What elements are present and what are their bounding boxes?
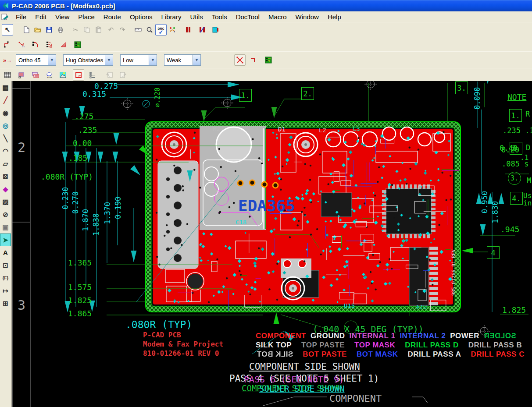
chevron-down-icon[interactable]: ▼ bbox=[48, 55, 56, 65]
spreadsheet-icon[interactable] bbox=[2, 69, 13, 81]
route-manual-icon[interactable] bbox=[2, 39, 13, 50]
place-connection-tool[interactable]: ╱ bbox=[0, 94, 11, 106]
menu-file[interactable]: File bbox=[11, 12, 31, 21]
legend-layer-label: SOLDER bbox=[484, 332, 516, 340]
menu-utils[interactable]: Utils bbox=[186, 12, 207, 21]
legend-row: SILK BOTBOT PASTEBOT MASKDRILL PASS ADRI… bbox=[257, 350, 525, 359]
place-component-tool[interactable]: ▦ bbox=[0, 81, 11, 94]
place-cutout-tool[interactable]: ⊠ bbox=[0, 170, 11, 183]
menu-doctool[interactable]: DocTool bbox=[232, 12, 264, 21]
save-file-icon[interactable] bbox=[43, 24, 55, 35]
canvas-annotation: Modem & Fax Project bbox=[143, 341, 223, 348]
pad-array-icon[interactable]: xxxx bbox=[43, 69, 55, 81]
place-keepout-tool[interactable]: ⊘ bbox=[0, 208, 11, 221]
canvas-annotation: .235 .1 bbox=[503, 127, 532, 134]
place-plane-tool[interactable]: ▨ bbox=[0, 195, 11, 208]
place-pad-tool[interactable]: ◉ bbox=[0, 106, 11, 119]
open-file-icon[interactable] bbox=[32, 24, 43, 35]
split-planes-icon[interactable] bbox=[182, 24, 194, 35]
document-icon[interactable] bbox=[1, 14, 9, 20]
note-callout-box: 1. bbox=[509, 109, 522, 122]
route-bus-icon[interactable] bbox=[44, 39, 55, 50]
chevron-down-icon[interactable]: ▼ bbox=[149, 55, 157, 65]
place-field-tool[interactable]: {F} bbox=[0, 272, 11, 284]
select-objects-tool[interactable]: ➤ bbox=[0, 234, 11, 246]
redo-icon[interactable]: ↷ bbox=[117, 24, 128, 35]
canvas-annotation: 1.370 bbox=[104, 202, 111, 224]
menu-view[interactable]: View bbox=[51, 12, 74, 21]
plane-note-icon[interactable] bbox=[210, 24, 221, 35]
menu-library[interactable]: Library bbox=[157, 12, 186, 21]
new-document-icon[interactable] bbox=[21, 24, 32, 35]
priority-select[interactable]: Low▼ bbox=[120, 54, 157, 66]
undo-icon[interactable]: ↶ bbox=[105, 24, 117, 35]
legend-layer-label: DRILL PASS C bbox=[471, 350, 525, 359]
menu-options[interactable]: Options bbox=[125, 12, 157, 21]
paste-icon[interactable] bbox=[93, 24, 104, 35]
measure-tool-icon[interactable] bbox=[132, 24, 144, 35]
place-polygon-tool[interactable]: ▱ bbox=[0, 157, 11, 170]
hug-mode-select[interactable]: Hug Obstacles▼ bbox=[63, 54, 113, 66]
menu-macro[interactable]: Macro bbox=[264, 12, 291, 21]
place-arc-tool[interactable]: ◠ bbox=[0, 145, 11, 157]
menu-tools[interactable]: Tools bbox=[207, 12, 232, 21]
canvas-annotation: 0.270 bbox=[72, 191, 79, 214]
select-tool-icon[interactable]: ↖ bbox=[2, 24, 13, 35]
autoroute-board-icon[interactable] bbox=[72, 39, 83, 50]
bom-list-icon[interactable] bbox=[87, 69, 98, 81]
route-fanout-icon[interactable] bbox=[16, 39, 27, 50]
cut-icon[interactable]: ✂ bbox=[70, 24, 81, 35]
canvas-annotation: P-CAD PCB bbox=[143, 332, 181, 339]
chevron-down-icon[interactable]: ▼ bbox=[193, 55, 200, 65]
ortho-mode-value: Ortho 45 bbox=[16, 57, 48, 64]
place-copper-pour-tool[interactable]: ◆ bbox=[0, 183, 11, 195]
place-via-tool[interactable]: ◎ bbox=[0, 119, 11, 132]
print-icon[interactable] bbox=[55, 24, 66, 35]
sheet-next-icon[interactable] bbox=[117, 69, 129, 81]
canvas-annotation: EDA365 bbox=[238, 198, 295, 214]
route-interactive-icon[interactable] bbox=[30, 39, 41, 50]
zoom-window-icon[interactable] bbox=[144, 24, 155, 35]
legend-layer-label: COMPONENT bbox=[256, 332, 306, 340]
place-refdes-tool[interactable]: ⊡ bbox=[0, 259, 11, 272]
menu-route[interactable]: Route bbox=[99, 12, 125, 21]
split-planes-edit-icon[interactable] bbox=[196, 24, 208, 35]
canvas-annotation: SOLDER SIDE SHOWN bbox=[259, 385, 344, 393]
note-callout-circle: 3. bbox=[508, 172, 521, 185]
canvas-annotation: in bbox=[523, 200, 532, 207]
net-highlight-icon[interactable] bbox=[234, 54, 246, 66]
optimize-nets-icon[interactable] bbox=[167, 24, 178, 35]
pcb-canvas[interactable]: COMPONENTGROUNDINTERNAL 1INTERNAL 2POWER… bbox=[12, 81, 532, 407]
chevron-down-icon[interactable]: ▼ bbox=[105, 55, 113, 65]
ortho-mode-select[interactable]: Ortho 45▼ bbox=[16, 54, 56, 66]
trace-corner-icon[interactable] bbox=[248, 54, 259, 66]
image-view-icon[interactable] bbox=[57, 69, 68, 81]
sheet-prev-icon[interactable] bbox=[104, 69, 115, 81]
legend-layer-label: TOP MASK bbox=[354, 341, 395, 350]
component-bottom-icon[interactable] bbox=[30, 69, 41, 81]
menu-window[interactable]: Window bbox=[291, 12, 323, 21]
legend-layer-label: POWER bbox=[450, 332, 479, 340]
pcad-window: P-CAD 2006 PCB - [Modfax0.pcb] FileEditV… bbox=[0, 0, 532, 407]
copy-icon[interactable] bbox=[81, 24, 93, 35]
copy-matrix-tool[interactable]: ⊞ bbox=[0, 297, 11, 310]
menu-place[interactable]: Place bbox=[74, 12, 99, 21]
place-line-tool[interactable]: ╲ bbox=[0, 132, 11, 145]
canvas-annotation: C3 bbox=[353, 126, 360, 132]
legend-layer-label: TOP PASTE bbox=[301, 341, 345, 350]
autoroute-board-icon[interactable] bbox=[263, 54, 274, 66]
menu-edit[interactable]: Edit bbox=[31, 12, 51, 21]
menu-help[interactable]: Help bbox=[323, 12, 346, 21]
place-dimension-tool[interactable]: ↦ bbox=[0, 284, 11, 297]
canvas-annotation: 1.575 bbox=[68, 283, 92, 291]
board-outline-icon[interactable] bbox=[73, 69, 84, 81]
route-miter-icon[interactable] bbox=[58, 39, 69, 50]
route-advanced-icon[interactable]: »→ bbox=[2, 54, 13, 66]
place-room-tool[interactable]: ▣ bbox=[0, 221, 11, 234]
strength-select[interactable]: Weak▼ bbox=[164, 54, 201, 66]
component-top-icon[interactable] bbox=[16, 69, 27, 81]
design-rule-check-icon[interactable]: DRC✓ bbox=[155, 24, 167, 35]
place-text-tool[interactable]: A bbox=[0, 246, 11, 259]
note-callout-box: 3. bbox=[455, 81, 468, 94]
canvas-annotation: .080R (TYP) bbox=[125, 320, 192, 330]
